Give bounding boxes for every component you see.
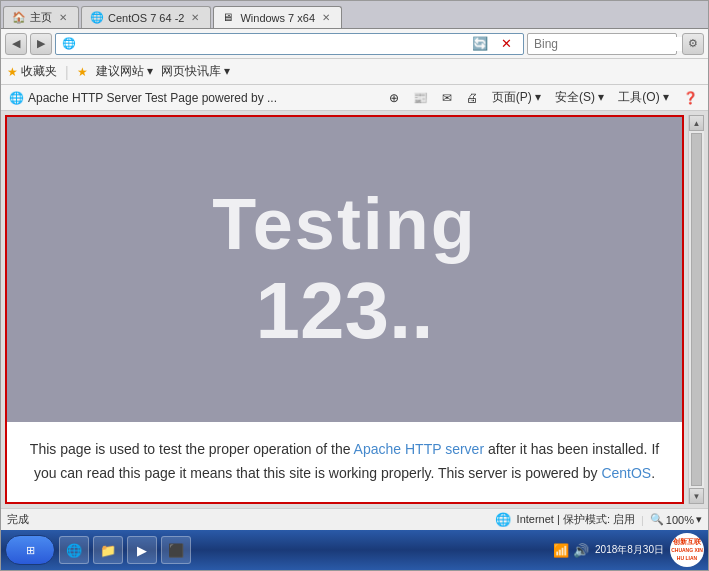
safety-menu-label: 安全(S) ▾ — [555, 89, 604, 106]
suggest-sites-button[interactable]: 建议网站 ▾ — [96, 63, 153, 80]
help-menu-label: ❓ — [683, 91, 698, 105]
stop-button[interactable]: ✕ — [495, 33, 517, 55]
favorites-bar: ★ 收藏夹 | ★ 建议网站 ▾ 网页快讯库 ▾ — [1, 59, 708, 85]
windows-logo-icon: ⊞ — [26, 544, 35, 557]
centos-link[interactable]: CentOS — [601, 465, 651, 481]
tab-centos-label: CentOS 7 64 -2 — [108, 12, 184, 24]
add-to-favorites-icon-btn[interactable]: ⊕ — [383, 89, 405, 107]
taskbar-ie-button[interactable]: 🌐 — [59, 536, 89, 564]
add-star-icon: ★ — [77, 65, 88, 79]
brand-label: 创新互联CHUANG XIN HU LIAN — [670, 538, 704, 561]
tab-windows7-label: Windows 7 x64 — [240, 12, 315, 24]
taskbar-right: 📶 🔊 2018年8月30日 创新互联CHUANG XIN HU LIAN — [553, 533, 704, 567]
start-button[interactable]: ⊞ — [5, 535, 55, 565]
status-label: 完成 — [7, 513, 29, 525]
menu-items-container: ⊕ 📰 ✉ 🖨 页面(P) ▾ 安全(S) ▾ 工具(O) ▾ ❓ — [383, 87, 704, 108]
scroll-down-button[interactable]: ▼ — [689, 488, 704, 504]
status-bar: 完成 🌐 Internet | 保护模式: 启用 | 🔍 100% ▾ — [1, 508, 708, 530]
tab-windows7[interactable]: 🖥 Windows 7 x64 ✕ — [213, 6, 342, 28]
hero-section: Testing 123.. — [7, 117, 682, 422]
forward-button[interactable]: ▶ — [30, 33, 52, 55]
notification-area: 📶 🔊 — [553, 543, 589, 558]
clock[interactable]: 2018年8月30日 — [595, 543, 664, 557]
page-menu-bar: 🌐 Apache HTTP Server Test Page powered b… — [1, 85, 708, 111]
status-separator: | — [641, 514, 644, 526]
taskbar-terminal-button[interactable]: ⬛ — [161, 536, 191, 564]
tab-windows7-close[interactable]: ✕ — [319, 11, 333, 25]
current-page-tab: 🌐 Apache HTTP Server Test Page powered b… — [5, 91, 383, 105]
web-feeds-label: 网页快讯库 ▾ — [161, 63, 230, 80]
taskbar: ⊞ 🌐 📁 ▶ ⬛ 📶 🔊 2018年8月30日 创新互联CHUANG XIN … — [1, 530, 708, 570]
status-text: 完成 — [7, 512, 487, 527]
address-input[interactable]: http://192.168.100.20/ — [80, 37, 465, 51]
content-area: Testing 123.. This page is used to test … — [1, 111, 708, 508]
text-section: This page is used to test the proper ope… — [7, 422, 682, 502]
email-icon-btn[interactable]: ✉ — [436, 89, 458, 107]
address-bar-container: 🌐 http://192.168.100.20/ 🔄 ✕ — [55, 33, 524, 55]
search-input[interactable] — [534, 37, 684, 51]
security-status: Internet | 保护模式: 启用 — [517, 512, 635, 527]
page-frame: Testing 123.. This page is used to test … — [5, 115, 684, 504]
folder-icon: 📁 — [100, 542, 116, 558]
help-menu[interactable]: ❓ — [677, 89, 704, 107]
add-favorites-button[interactable]: ★ — [77, 65, 88, 79]
page-tab-icon: 🌐 — [9, 91, 24, 105]
content-text-period: . — [651, 465, 655, 481]
scroll-up-button[interactable]: ▲ — [689, 115, 704, 131]
ie-icon: 🌐 — [66, 542, 82, 558]
zoom-dropdown-icon: ▾ — [696, 513, 702, 526]
network-icon[interactable]: 📶 — [553, 543, 569, 558]
zoom-control[interactable]: 🔍 100% ▾ — [650, 513, 702, 526]
date-label: 2018年8月30日 — [595, 544, 664, 555]
hero-number: 123.. — [256, 265, 434, 357]
refresh-button[interactable]: 🔄 — [469, 33, 491, 55]
tab-centos-close[interactable]: ✕ — [188, 11, 202, 25]
page-menu[interactable]: 页面(P) ▾ — [486, 87, 547, 108]
address-row: ◀ ▶ 🌐 http://192.168.100.20/ 🔄 ✕ 🔍 ⚙ — [1, 29, 708, 59]
favorites-label: 收藏夹 — [21, 63, 57, 80]
status-right: 🌐 Internet | 保护模式: 启用 | 🔍 100% ▾ — [495, 512, 702, 527]
scroll-thumb[interactable] — [691, 133, 702, 486]
tab-bar: 🏠 主页 ✕ 🌐 CentOS 7 64 -2 ✕ 🖥 Windows 7 x6… — [1, 1, 708, 29]
apache-http-server-link[interactable]: Apache HTTP server — [354, 441, 484, 457]
globe-icon: 🌐 — [495, 512, 511, 527]
scrollbar[interactable]: ▲ ▼ — [688, 115, 704, 504]
address-bar-icon: 🌐 — [62, 37, 76, 50]
centos-tab-icon: 🌐 — [90, 11, 104, 25]
windows7-tab-icon: 🖥 — [222, 11, 236, 25]
taskbar-explorer-button[interactable]: 📁 — [93, 536, 123, 564]
page-tab-title: Apache HTTP Server Test Page powered by … — [28, 91, 277, 105]
zoom-value: 100% — [666, 514, 694, 526]
hero-title: Testing — [212, 183, 477, 265]
star-icon: ★ — [7, 65, 18, 79]
rss-icon-btn[interactable]: 📰 — [407, 89, 434, 107]
tab-home[interactable]: 🏠 主页 ✕ — [3, 6, 79, 28]
taskbar-media-button[interactable]: ▶ — [127, 536, 157, 564]
tools-menu[interactable]: 工具(O) ▾ — [612, 87, 675, 108]
media-icon: ▶ — [134, 542, 150, 558]
back-button[interactable]: ◀ — [5, 33, 27, 55]
terminal-icon: ⬛ — [168, 542, 184, 558]
home-icon: 🏠 — [12, 11, 26, 25]
suggest-sites-label: 建议网站 ▾ — [96, 63, 153, 80]
ie-window: 🏠 主页 ✕ 🌐 CentOS 7 64 -2 ✕ 🖥 Windows 7 x6… — [0, 0, 709, 571]
zoom-label: 🔍 — [650, 513, 664, 526]
tools-menu-label: 工具(O) ▾ — [618, 89, 669, 106]
content-text-before-link: This page is used to test the proper ope… — [30, 441, 354, 457]
safety-menu[interactable]: 安全(S) ▾ — [549, 87, 610, 108]
favorites-button[interactable]: ★ 收藏夹 — [7, 63, 57, 80]
favorites-separator: | — [65, 64, 69, 80]
settings-button[interactable]: ⚙ — [682, 33, 704, 55]
search-bar-container: 🔍 — [527, 33, 677, 55]
tab-home-label: 主页 — [30, 10, 52, 25]
web-feeds-button[interactable]: 网页快讯库 ▾ — [161, 63, 230, 80]
page-menu-label: 页面(P) ▾ — [492, 89, 541, 106]
tab-home-close[interactable]: ✕ — [56, 11, 70, 25]
volume-icon[interactable]: 🔊 — [573, 543, 589, 558]
brand-logo: 创新互联CHUANG XIN HU LIAN — [670, 533, 704, 567]
tab-centos[interactable]: 🌐 CentOS 7 64 -2 ✕ — [81, 6, 211, 28]
print-icon-btn[interactable]: 🖨 — [460, 89, 484, 107]
